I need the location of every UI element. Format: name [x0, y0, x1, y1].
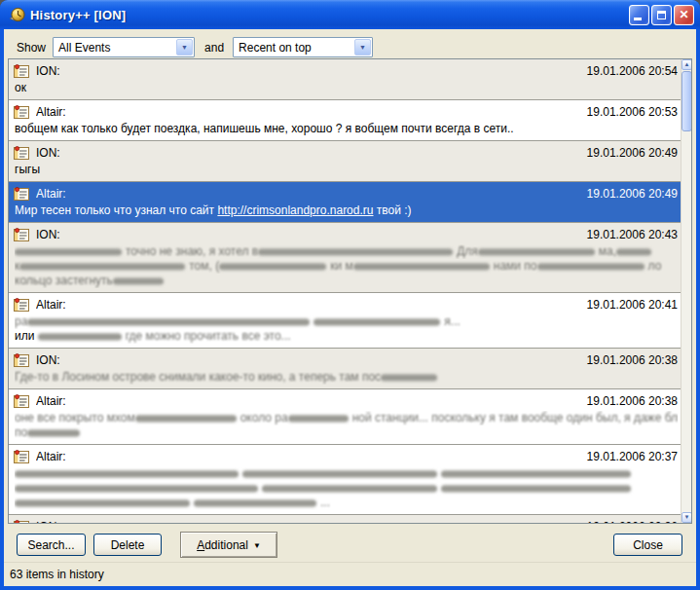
blurred-message-text: ра [15, 314, 27, 328]
blurred-message-text: по [15, 425, 27, 439]
app-icon [9, 7, 25, 23]
message-link[interactable]: http://crimsonlandpro.narod.ru [217, 203, 373, 217]
timestamp: 19.01.2006 20:53 [587, 105, 678, 119]
redacted-smudge [38, 333, 122, 341]
message-text: или [15, 329, 38, 343]
delete-button[interactable]: Delete [93, 534, 162, 556]
maximize-icon [657, 11, 666, 19]
scroll-down-icon[interactable]: ▼ [682, 512, 692, 523]
message-line: точно не знаю, я хотел вДляма, [15, 244, 678, 259]
message-icon [14, 146, 29, 160]
redacted-smudge [113, 277, 164, 285]
chevron-down-icon[interactable]: ▼ [176, 39, 193, 55]
timestamp: 19.01.2006 20:43 [587, 228, 678, 241]
history-item-header: ION:19.01.2006 20:43 [9, 223, 691, 243]
blurred-message-text: нами по [494, 259, 537, 273]
message-icon [14, 105, 29, 119]
close-icon: ✕ [675, 6, 693, 24]
redacted-smudge [258, 248, 453, 256]
message-body: точно не знаю, я хотел вДляма,ктом, (ки … [9, 243, 691, 292]
message-body: рая...или где можно прочитать все это... [9, 313, 691, 348]
history-item[interactable]: Altair:19.01.2006 20:38оне все покрыто м… [9, 389, 691, 445]
timestamp: 19.01.2006 20:54 [587, 64, 678, 78]
history-item-header: ION:19.01.2006 20:36 [9, 515, 691, 524]
history-item-header: Altair:19.01.2006 20:53 [9, 100, 691, 121]
timestamp: 19.01.2006 20:41 [587, 298, 678, 312]
redacted-smudge [242, 470, 437, 478]
author-name: ION: [36, 64, 587, 78]
history-item[interactable]: ION:19.01.2006 20:49гыгы [9, 141, 691, 182]
show-label: Show [17, 41, 46, 55]
title-bar[interactable]: History++ [ION] ✕ [0, 0, 700, 29]
redacted-smudge [15, 248, 122, 256]
history-item[interactable]: ION:19.01.2006 20:38Где-то в Лосином ост… [9, 349, 691, 389]
message-icon [14, 450, 29, 463]
redacted-smudge [353, 263, 490, 271]
message-line: рая... [15, 314, 678, 329]
message-text: ок [15, 81, 26, 94]
event-filter-dropdown[interactable]: All Events ▼ [53, 37, 195, 57]
message-line: Мир тесен только что узнал что сайт http… [15, 203, 678, 218]
redacted-smudge [288, 415, 349, 423]
blurred-message-text: Где-то в Лосином острове снимали какое-т… [15, 370, 381, 384]
message-icon [14, 64, 29, 78]
window-title: History++ [ION] [30, 8, 629, 22]
scroll-up-icon[interactable]: ▲ [682, 59, 692, 70]
message-line: по [15, 425, 678, 440]
redacted-smudge [381, 374, 437, 382]
author-name: Altair: [36, 105, 587, 119]
menu-arrow-icon: ▼ [253, 541, 261, 550]
timestamp: 19.01.2006 20:38 [587, 394, 678, 408]
maximize-button[interactable] [651, 5, 672, 25]
timestamp: 19.01.2006 20:49 [587, 146, 678, 160]
history-item[interactable]: ION:19.01.2006 20:43точно не знаю, я хот… [9, 223, 691, 293]
message-line: вобщем как только будет поездка, напишеш… [15, 122, 678, 136]
history-item[interactable]: ION:19.01.2006 20:54ок [9, 59, 691, 100]
blurred-message-text: ки м [330, 259, 353, 273]
blurred-message-text: где можно прочитать все это... [126, 329, 291, 343]
message-body: вобщем как только будет поездка, напишеш… [9, 121, 691, 140]
filter-toolbar: Show All Events ▼ and Recent on top ▼ [17, 37, 373, 57]
status-bar: 63 items in history [4, 562, 696, 586]
event-filter-value: All Events [54, 41, 175, 55]
message-text: твой :) [373, 203, 411, 217]
close-button[interactable]: ✕ [674, 5, 694, 25]
additional-menu-button[interactable]: Additional▼ [180, 532, 277, 558]
scrollbar[interactable]: ▲ ▼ [681, 59, 691, 523]
redacted-smudge [194, 499, 316, 507]
redacted-smudge [478, 248, 595, 256]
blurred-message-text: около ра [240, 411, 288, 424]
history-list[interactable]: ION:19.01.2006 20:54окAltair:19.01.2006 … [8, 58, 692, 524]
history-item-header: Altair:19.01.2006 20:37 [9, 445, 691, 465]
history-item-header: Altair:19.01.2006 20:38 [9, 389, 691, 410]
chevron-down-icon[interactable]: ▼ [354, 39, 371, 55]
history-item-header: Altair:19.01.2006 20:49 [9, 182, 691, 203]
message-icon [14, 394, 29, 408]
blurred-message-text: ло [648, 259, 662, 273]
author-name: ION: [36, 228, 587, 241]
scrollbar-thumb[interactable] [682, 71, 692, 131]
author-name: Altair: [36, 450, 587, 463]
redacted-smudge [537, 263, 645, 271]
item-count-text: 63 items in history [10, 568, 104, 581]
redacted-smudge [15, 470, 239, 478]
message-text: Мир тесен только что узнал что сайт [15, 203, 217, 217]
history-item[interactable]: Altair:19.01.2006 20:37... [9, 445, 691, 515]
history-item[interactable]: Altair:19.01.2006 20:49Мир тесен только … [9, 182, 691, 223]
message-body: Где-то в Лосином острове снимали какое-т… [9, 369, 691, 388]
message-body: ок [9, 80, 691, 99]
history-item[interactable]: Altair:19.01.2006 20:41рая...или где мож… [9, 293, 691, 349]
history-item-header: Altair:19.01.2006 20:41 [9, 293, 691, 313]
author-name: Altair: [36, 394, 587, 408]
history-window: History++ [ION] ✕ Show All Events ▼ and … [0, 0, 700, 590]
message-line: ... [15, 496, 678, 510]
history-item[interactable]: Altair:19.01.2006 20:53вобщем как только… [9, 100, 691, 141]
minimize-icon [634, 18, 642, 20]
redacted-smudge [27, 429, 80, 437]
close-dialog-button[interactable]: Close [613, 534, 682, 556]
sort-order-dropdown[interactable]: Recent on top ▼ [233, 37, 373, 57]
search-button[interactable]: Search... [17, 534, 86, 556]
history-item[interactable]: ION:19.01.2006 20:36 [9, 515, 691, 524]
minimize-button[interactable] [629, 5, 649, 25]
timestamp: 19.01.2006 20:37 [587, 450, 678, 463]
